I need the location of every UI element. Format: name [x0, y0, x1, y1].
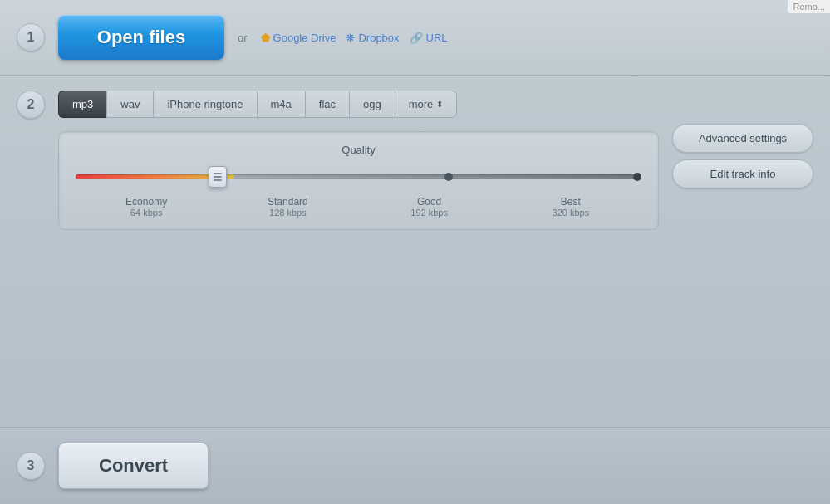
quality-title: Quality: [76, 144, 641, 156]
quality-markers: Economy 64 kbps Standard 128 kbps Good 1…: [76, 196, 641, 218]
tab-wav[interactable]: wav: [106, 91, 153, 118]
or-text: or: [238, 32, 248, 44]
url-link[interactable]: 🔗 URL: [410, 32, 448, 44]
cloud-links: ⬟ Google Drive ❋ Dropbox 🔗 URL: [261, 32, 448, 44]
right-action-buttons: Advanced settings Edit track info: [672, 124, 813, 188]
google-drive-icon: ⬟: [261, 32, 270, 44]
tab-m4a[interactable]: m4a: [257, 91, 305, 118]
quality-box: Quality: [58, 131, 659, 230]
tab-iphone-ringtone[interactable]: iPhone ringtone: [153, 91, 256, 118]
thumb-line-1: [214, 173, 222, 174]
step-2-circle: 2: [17, 91, 45, 119]
quality-good: Good 192 kbps: [359, 196, 500, 218]
thumb-grip: [214, 173, 222, 181]
step-3-circle: 3: [17, 452, 45, 480]
quality-economy: Economy 64 kbps: [76, 196, 217, 218]
url-label: URL: [426, 32, 448, 44]
more-label: more: [409, 98, 434, 110]
more-dropdown-icon: ⬍: [436, 100, 443, 109]
url-icon: 🔗: [410, 32, 423, 44]
section-convert: 3 Convert: [0, 428, 830, 504]
tab-mp3[interactable]: mp3: [58, 91, 106, 118]
slider-position-dot: [444, 173, 453, 181]
dropbox-icon: ❋: [346, 32, 355, 44]
quality-standard: Standard 128 kbps: [217, 196, 358, 218]
section-format-quality: 2 mp3 wav iPhone ringtone m4a flac ogg m…: [0, 76, 830, 428]
tab-more[interactable]: more ⬍: [395, 91, 458, 118]
format-tabs: mp3 wav iPhone ringtone m4a flac ogg mor…: [58, 91, 659, 118]
slider-track-background: [76, 174, 641, 179]
google-drive-label: Google Drive: [273, 32, 336, 44]
thumb-line-3: [214, 179, 222, 181]
slider-thumb[interactable]: [209, 166, 227, 188]
advanced-settings-button[interactable]: Advanced settings: [672, 124, 813, 153]
dropbox-label: Dropbox: [358, 32, 399, 44]
tab-flac[interactable]: flac: [305, 91, 349, 118]
quality-best: Best 320 kbps: [500, 196, 641, 218]
convert-button[interactable]: Convert: [58, 443, 209, 489]
edit-track-info-button[interactable]: Edit track info: [672, 159, 813, 188]
step-1-circle: 1: [17, 23, 45, 51]
open-files-button[interactable]: Open files: [58, 15, 224, 60]
format-area: mp3 wav iPhone ringtone m4a flac ogg mor…: [58, 91, 659, 230]
slider-end-dot: [633, 173, 641, 181]
top-right-label: Remo...: [788, 0, 830, 13]
section-open-files: 1 Open files or ⬟ Google Drive ❋ Dropbox…: [0, 0, 830, 76]
tab-ogg[interactable]: ogg: [349, 91, 395, 118]
google-drive-link[interactable]: ⬟ Google Drive: [261, 32, 336, 44]
thumb-line-2: [214, 176, 222, 178]
dropbox-link[interactable]: ❋ Dropbox: [346, 32, 399, 44]
quality-slider-wrapper: [76, 164, 641, 189]
